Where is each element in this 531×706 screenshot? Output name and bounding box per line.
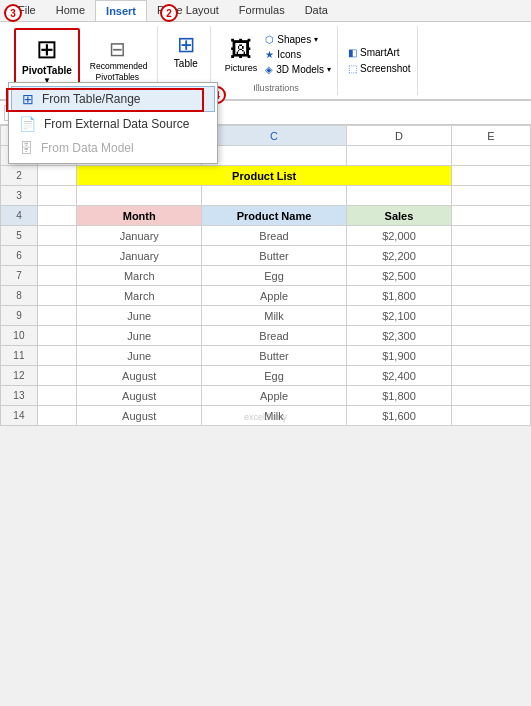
3d-icon: ◈ <box>265 64 273 75</box>
table-row: 8 March Apple $1,800 <box>1 286 531 306</box>
tab-home[interactable]: Home <box>46 0 95 21</box>
pictures-label: Pictures <box>225 63 258 73</box>
from-data-model-item: 🗄 From Data Model <box>9 136 217 160</box>
smartart-button[interactable]: ◧ SmartArt <box>348 46 411 59</box>
pivot-icon: ⊞ <box>36 34 58 65</box>
watermark: exceldemy <box>244 412 287 422</box>
pictures-icon: 🖼 <box>230 37 252 63</box>
3d-models-button[interactable]: ◈ 3D Models ▾ <box>265 63 331 76</box>
table-label: Table <box>174 58 198 69</box>
shapes-label: Shapes <box>277 34 311 45</box>
screenshot-button[interactable]: ⬚ Screenshot <box>348 62 411 75</box>
callout-2: 2 <box>160 4 178 22</box>
icons-button[interactable]: ★ Icons <box>265 48 331 61</box>
illustrations-label: Illustrations <box>253 81 299 93</box>
spreadsheet: A B C D E 1 2 Product List <box>0 125 531 426</box>
pictures-button[interactable]: 🖼 Pictures <box>221 35 262 75</box>
tab-formulas[interactable]: Formulas <box>229 0 295 21</box>
from-external-data-item[interactable]: 📄 From External Data Source <box>9 112 217 136</box>
icons-label: Icons <box>277 49 301 60</box>
smartart-group: ◧ SmartArt ⬚ Screenshot <box>342 26 418 95</box>
shapes-button[interactable]: ⬡ Shapes ▾ <box>265 33 331 46</box>
shapes-icon: ⬡ <box>265 34 274 45</box>
table-row: 10 June Bread $2,300 <box>1 326 531 346</box>
smartart-label: SmartArt <box>360 47 399 58</box>
illustrations-group: 🖼 Pictures ⬡ Shapes ▾ ★ Icons ◈ <box>215 26 338 95</box>
table-row: 5 January Bread $2,000 <box>1 226 531 246</box>
table-row: 4 Month Product Name Sales <box>1 206 531 226</box>
3d-label: 3D Models <box>276 64 324 75</box>
table-button[interactable]: ⊞ Table <box>168 28 204 73</box>
table-row: 2 Product List <box>1 166 531 186</box>
ribbon-tabs: File Home Insert Page Layout Formulas Da… <box>0 0 531 22</box>
screenshot-label: Screenshot <box>360 63 411 74</box>
data-model-icon: 🗄 <box>19 140 33 156</box>
col-f-header[interactable]: E <box>452 126 531 146</box>
callout-3: 3 <box>4 4 22 22</box>
rec-pivot-label: RecommendedPivotTables <box>90 61 145 81</box>
from-table-range-label: From Table/Range <box>42 92 141 106</box>
smartart-icon: ◧ <box>348 47 357 58</box>
table-row: 11 June Butter $1,900 <box>1 346 531 366</box>
from-data-model-label: From Data Model <box>41 141 134 155</box>
from-external-data-label: From External Data Source <box>44 117 189 131</box>
screenshot-icon: ⬚ <box>348 63 357 74</box>
month-header: Month <box>77 206 202 226</box>
from-table-range-item[interactable]: ⊞ From Table/Range <box>11 86 215 112</box>
recommended-pivottable-button[interactable]: ⊟ RecommendedPivotTables <box>84 33 151 85</box>
table-row: 6 January Butter $2,200 <box>1 246 531 266</box>
tab-data[interactable]: Data <box>295 0 338 21</box>
table-row: 3 <box>1 186 531 206</box>
product-list-title: Product List <box>77 166 452 186</box>
rec-pivot-icon: ⊟ <box>109 37 126 61</box>
col-e-header[interactable]: D <box>346 126 451 146</box>
external-data-icon: 📄 <box>19 116 36 132</box>
ribbon: File Home Insert Page Layout Formulas Da… <box>0 0 531 101</box>
sheet-table: A B C D E 1 2 Product List <box>0 125 531 426</box>
table-row: 13 August Apple $1,800 <box>1 386 531 406</box>
icons-icon: ★ <box>265 49 274 60</box>
table-row: 7 March Egg $2,500 <box>1 266 531 286</box>
table-range-icon: ⊞ <box>22 91 34 107</box>
table-row: 12 August Egg $2,400 <box>1 366 531 386</box>
pivot-label: PivotTable <box>22 65 72 76</box>
product-header: Product Name <box>202 206 347 226</box>
table-icon: ⊞ <box>177 32 195 58</box>
table-row: 9 June Milk $2,100 <box>1 306 531 326</box>
sales-header: Sales <box>346 206 451 226</box>
pivot-dropdown: ⊞ From Table/Range 📄 From External Data … <box>8 82 218 164</box>
col-d-header[interactable]: C <box>202 126 347 146</box>
tab-insert[interactable]: Insert <box>95 0 147 21</box>
